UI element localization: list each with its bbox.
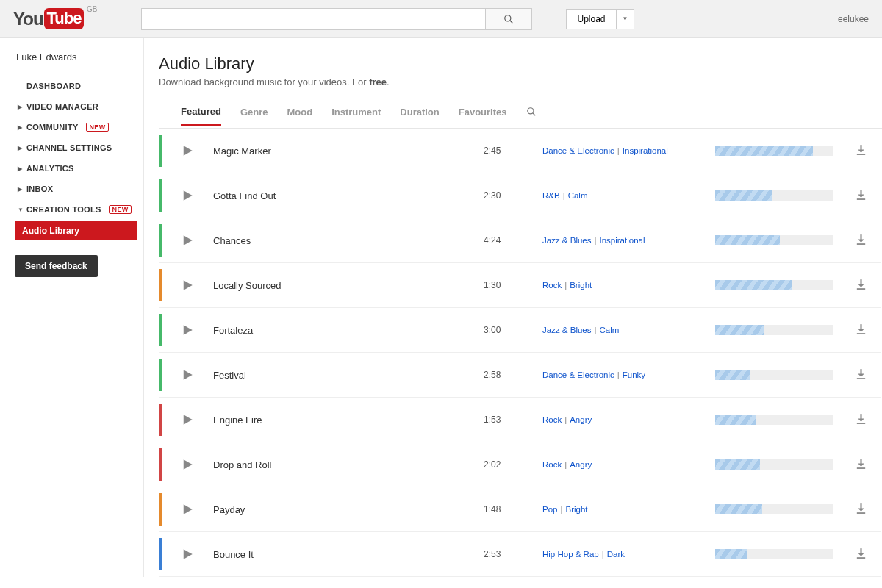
genre-link[interactable]: Jazz & Blues <box>542 236 591 245</box>
download-button[interactable] <box>855 143 867 158</box>
mood-link[interactable]: Dark <box>607 550 625 559</box>
sidebar-item-analytics[interactable]: ▶ANALYTICS <box>15 158 143 179</box>
download-button[interactable] <box>855 457 867 472</box>
country-code: GB <box>87 5 97 13</box>
sidebar-subitem-audio-library[interactable]: Audio Library <box>15 221 137 240</box>
genre-link[interactable]: R&B <box>542 191 560 200</box>
expand-icon: ▼ <box>18 207 22 213</box>
sidebar-item-community[interactable]: ▶COMMUNITYNEW <box>15 117 143 137</box>
sidebar-item-channel-settings[interactable]: ▶CHANNEL SETTINGS <box>15 137 143 158</box>
play-button[interactable] <box>162 189 213 202</box>
send-feedback-button[interactable]: Send feedback <box>15 255 98 277</box>
play-button[interactable] <box>162 503 213 516</box>
tab-favourites[interactable]: Favourites <box>459 107 507 125</box>
username[interactable]: Luke Edwards <box>15 51 143 62</box>
sidebar-item-inbox[interactable]: ▶INBOX <box>15 179 143 199</box>
upload-menu-button[interactable]: ▼ <box>617 9 635 29</box>
svg-rect-12 <box>857 243 865 245</box>
mood-link[interactable]: Angry <box>570 460 592 469</box>
download-button[interactable] <box>855 547 867 562</box>
mood-link[interactable]: Inspirational <box>599 236 645 245</box>
new-badge: NEW <box>86 123 110 132</box>
genre-link[interactable]: Dance & Electronic <box>542 146 614 155</box>
main: Audio Library Download background music … <box>144 38 882 577</box>
play-button[interactable] <box>162 548 213 561</box>
genre-link[interactable]: Rock <box>542 281 562 290</box>
play-icon <box>181 144 194 157</box>
svg-rect-27 <box>857 467 865 469</box>
sidebar-item-video-manager[interactable]: ▶VIDEO MANAGER <box>15 96 143 117</box>
tab-duration[interactable]: Duration <box>400 107 439 125</box>
genre-link[interactable]: Rock <box>542 415 562 424</box>
tab-mood[interactable]: Mood <box>287 107 312 125</box>
download-icon <box>855 457 867 470</box>
separator: | <box>617 370 620 379</box>
genre-link[interactable]: Pop <box>542 505 557 514</box>
play-button[interactable] <box>162 144 213 157</box>
download-button[interactable] <box>855 368 867 382</box>
search-input[interactable] <box>141 8 485 30</box>
mood-link[interactable]: Inspirational <box>623 146 668 155</box>
upload-group: Upload ▼ <box>566 9 634 29</box>
tab-search-button[interactable] <box>526 107 537 125</box>
download-button[interactable] <box>855 233 867 248</box>
play-icon <box>181 234 194 247</box>
youtube-logo[interactable]: YouTube GB <box>13 8 84 29</box>
track-title: Fortaleza <box>213 325 484 336</box>
account-name[interactable]: eelukee <box>838 14 869 24</box>
track-row: Locally Sourced1:30Rock|Bright <box>159 263 881 308</box>
separator: | <box>563 191 565 200</box>
track-tags: Dance & Electronic|Funky <box>542 370 715 379</box>
sidebar-item-label: CHANNEL SETTINGS <box>26 143 112 152</box>
genre-link[interactable]: Jazz & Blues <box>542 326 591 334</box>
download-button[interactable] <box>855 412 867 427</box>
mood-link[interactable]: Calm <box>599 326 619 334</box>
play-button[interactable] <box>162 368 213 381</box>
genre-link[interactable]: Rock <box>542 460 562 469</box>
mood-link[interactable]: Bright <box>570 281 592 290</box>
play-button[interactable] <box>162 413 213 426</box>
track-row: Fortaleza3:00Jazz & Blues|Calm <box>159 308 881 353</box>
mood-link[interactable]: Calm <box>568 191 588 200</box>
tab-featured[interactable]: Featured <box>181 106 221 126</box>
mood-link[interactable]: Angry <box>570 415 592 424</box>
sidebar-item-label: CREATION TOOLS <box>26 205 101 214</box>
popularity-bar <box>715 415 833 425</box>
track-tags: R&B|Calm <box>542 191 715 200</box>
search-button[interactable] <box>485 8 532 30</box>
download-button[interactable] <box>855 278 867 293</box>
search-form <box>141 8 532 30</box>
svg-rect-9 <box>857 198 865 200</box>
download-button[interactable] <box>855 188 867 203</box>
track-title: Festival <box>213 370 484 381</box>
expand-icon: ▶ <box>18 145 22 151</box>
search-icon <box>526 107 537 117</box>
genre-link[interactable]: Hip Hop & Rap <box>542 550 599 559</box>
popularity-bar <box>715 280 833 290</box>
svg-marker-26 <box>858 464 864 467</box>
expand-icon: ▶ <box>18 104 22 110</box>
svg-marker-29 <box>858 509 864 512</box>
popularity-bar <box>715 459 833 470</box>
tab-instrument[interactable]: Instrument <box>331 107 381 125</box>
play-icon <box>181 503 194 516</box>
svg-rect-24 <box>857 423 865 424</box>
play-button[interactable] <box>162 323 213 337</box>
sidebar-item-creation-tools[interactable]: ▼CREATION TOOLSNEW <box>15 199 143 220</box>
play-icon <box>181 189 194 202</box>
play-button[interactable] <box>162 458 213 471</box>
genre-link[interactable]: Dance & Electronic <box>542 370 614 379</box>
upload-button[interactable]: Upload <box>566 9 616 29</box>
search-icon <box>503 14 514 24</box>
track-duration: 1:53 <box>484 415 542 425</box>
play-button[interactable] <box>162 234 213 247</box>
sidebar-item-dashboard[interactable]: ▶DASHBOARD <box>15 76 143 96</box>
track-duration: 3:00 <box>484 325 542 335</box>
download-button[interactable] <box>855 502 867 517</box>
play-icon <box>181 323 194 337</box>
download-button[interactable] <box>855 323 867 337</box>
mood-link[interactable]: Funky <box>623 370 645 379</box>
tab-genre[interactable]: Genre <box>240 107 268 125</box>
play-button[interactable] <box>162 279 213 292</box>
mood-link[interactable]: Bright <box>565 505 587 514</box>
